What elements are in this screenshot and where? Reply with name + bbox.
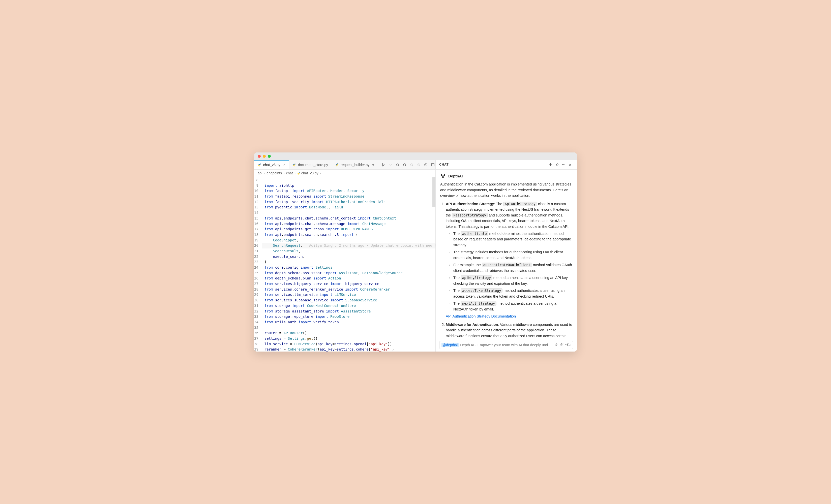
python-file-icon [335,163,339,167]
inline-code: apiKeyStrategy [461,275,492,280]
chat-bullet: For example, the authenticateOAuthClient… [450,262,572,273]
new-chat-icon[interactable] [547,161,554,168]
editor-tab[interactable]: request_builder.py [332,160,378,169]
minimap-scrollbar[interactable] [432,177,435,207]
chat-bullet: The nextAuthStrategy method authenticate… [450,301,572,312]
code-line[interactable]: from fastapi.security import HTTPAuthori… [262,199,435,205]
code-line[interactable]: from fastapi import APIRouter, Header, S… [262,188,435,194]
python-file-icon [292,163,296,167]
breadcrumb-segment[interactable]: api [258,171,262,175]
chat-pane: CHAT DepthAI Authentication in the Cal.c… [436,160,577,352]
close-chat-icon[interactable] [567,161,573,168]
breadcrumb-segment[interactable]: endpoints [266,171,282,175]
run-icon[interactable] [380,161,387,168]
code-line[interactable]: from storage import CodeHostConnectionSt… [262,303,435,309]
titlebar [254,152,577,160]
code-line[interactable] [262,325,435,331]
step-icon[interactable] [408,161,415,168]
code-line[interactable]: from fastapi.responses import StreamingR… [262,194,435,199]
close-window-button[interactable] [258,155,261,158]
code-line[interactable]: from pydantic import BaseModel, Field [262,205,435,210]
svg-point-0 [404,164,406,166]
chat-list-item: Middleware for Authentication: Various m… [446,322,572,338]
inline-code: ApiAuthStrategy [503,202,537,206]
run-cell-icon[interactable] [401,161,408,168]
chat-response-list: API Authentication Strategy: The ApiAuth… [440,201,572,338]
code-line[interactable] [262,210,435,216]
chat-brand: DepthAI [440,173,572,179]
close-tab-icon[interactable]: × [283,163,285,167]
code-line[interactable]: from api.endpoints.chat.schema.message i… [262,221,435,227]
inline-code: authenticate [461,231,488,236]
breadcrumb[interactable]: api›endpoints›chat›chat_v3.py›... [254,170,435,177]
send-dropdown-icon[interactable] [569,343,571,347]
code-line[interactable]: reranker = CohereReranker(api_key=settin… [262,347,435,352]
chat-messages: DepthAI Authentication in the Cal.com ap… [436,170,577,338]
code-line[interactable]: from api.endpoints.get_repos import DEMO… [262,227,435,232]
editor-tab[interactable]: chat_v3.py× [254,160,289,169]
chat-intro-text: Authentication in the Cal.com applicatio… [440,181,572,198]
inline-code: nextAuthStrategy [461,301,496,306]
code-line[interactable]: from depth_schema.plan import Action [262,276,435,281]
python-file-icon [258,163,261,167]
chat-bullet: The authenticate method determines the a… [450,231,572,248]
svg-point-11 [564,164,565,165]
app-window: chat_v3.py×document_store.pyrequest_buil… [254,152,577,352]
more-icon[interactable] [560,161,567,168]
split-editor-icon[interactable] [430,161,436,168]
step-over-icon[interactable] [416,161,422,168]
minimize-window-button[interactable] [263,155,266,158]
history-icon[interactable] [554,161,560,168]
maximize-window-button[interactable] [268,155,271,158]
code-line[interactable]: from services.llm_service import LLMServ… [262,292,435,298]
chat-bullet: The apiKeyStrategy method authenticates … [450,275,572,286]
svg-point-10 [563,164,564,165]
code-line[interactable]: from api.endpoints.chat.schema.chat_cont… [262,216,435,221]
code-line[interactable]: SearchRequest, Aditya Singh, 2 months ag… [262,243,435,248]
code-line[interactable]: from storage.assistant_store import Assi… [262,309,435,314]
breadcrumb-segment[interactable]: chat_v3.py [297,171,318,175]
chat-header: CHAT [436,160,577,170]
depthai-logo-icon [440,173,446,179]
code-line[interactable]: llm_service = LLMService(api_key=setting… [262,342,435,347]
svg-point-1 [411,164,413,166]
svg-point-9 [562,164,563,165]
editor-tab-bar: chat_v3.py×document_store.pyrequest_buil… [254,160,435,170]
code-line[interactable]: from storage.repo_store import RepoStore [262,314,435,320]
chat-placeholder: Depth AI - Empower your team with AI tha… [460,343,553,347]
code-line[interactable]: from depth_schema.assistant import Assis… [262,270,435,276]
code-line[interactable]: router = APIRouter() [262,330,435,336]
code-line[interactable] [262,177,435,183]
chat-brand-name: DepthAI [448,173,463,179]
code-line[interactable]: execute_search, [262,254,435,260]
code-line[interactable]: from services.cohere_reranker_service im… [262,287,435,292]
chat-mention-chip[interactable]: @depthai [441,343,459,347]
svg-rect-15 [556,343,557,345]
breadcrumb-segment[interactable]: chat [286,171,293,175]
code-line[interactable]: import aiohttp [262,183,435,188]
chat-tab-label[interactable]: CHAT [439,162,449,169]
doc-link[interactable]: API Authentication Strategy Documentatio… [446,314,516,318]
code-line[interactable]: ) [262,259,435,265]
run-dropdown-icon[interactable] [387,161,394,168]
code-line[interactable]: from services.bigquery_service import bi… [262,281,435,287]
code-line[interactable]: from services.supabase_service import Su… [262,298,435,303]
code-line[interactable]: SearchResult, [262,248,435,254]
chat-input[interactable]: @depthai Depth AI - Empower your team wi… [439,341,573,349]
voice-input-icon[interactable] [554,343,558,347]
chat-list-item: API Authentication Strategy: The ApiAuth… [446,201,572,319]
debug-run-icon[interactable] [423,161,429,168]
code-line[interactable]: settings = Settings.get() [262,336,435,342]
attach-icon[interactable] [560,343,564,347]
code-line[interactable]: from core.config import Settings [262,265,435,270]
code-line[interactable]: from api.endpoints.search.search_v3 impo… [262,232,435,238]
chat-bullet: The strategy includes methods for authen… [450,249,572,261]
debug-rerun-icon[interactable] [394,161,401,168]
editor-tab[interactable]: document_store.py [289,160,332,169]
code-line[interactable]: from utils.auth import verify_token [262,320,435,325]
code-line[interactable]: CodeSnippet, [262,238,435,243]
inline-code: accessTokenStrategy [461,288,503,293]
code-editor[interactable]: 8910111213141516171819202122232425262728… [254,177,435,352]
breadcrumb-segment[interactable]: ... [322,171,325,175]
send-icon[interactable] [565,343,569,347]
